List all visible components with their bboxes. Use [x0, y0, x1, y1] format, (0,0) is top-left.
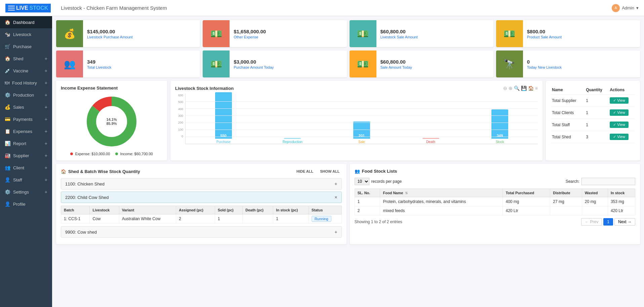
- shed-row-1100[interactable]: 1100: Chicken Shed +: [61, 178, 342, 190]
- batch-col-variant: Variant: [119, 206, 176, 214]
- shed-toggle-9900[interactable]: +: [334, 229, 337, 235]
- plus-icon-13[interactable]: +: [45, 177, 47, 182]
- plus-icon-14[interactable]: +: [45, 189, 47, 195]
- search-icon[interactable]: 🔍: [514, 86, 520, 91]
- sidebar-item-purchase[interactable]: 🛒 Purchase: [0, 40, 52, 53]
- layout: 🏠 Dashboard 🐄 Livestock 🛒 Purchase 🏠 She…: [0, 16, 644, 307]
- y-label-100: 100: [175, 128, 183, 131]
- bar-chart-icons[interactable]: ⊖ ⊕ 🔍 💾 🏠 ≡: [503, 86, 538, 91]
- menu-icon[interactable]: ≡: [535, 86, 538, 91]
- sidebar-item-staff[interactable]: 👤 Staff +: [0, 174, 52, 186]
- sidebar-item-payments[interactable]: 💳 Payments +: [0, 113, 52, 125]
- sidebar-item-sales[interactable]: 💰 Sales +: [0, 101, 52, 113]
- stat-card-info-0: 349 Total Livestock: [83, 50, 200, 77]
- plus-icon-7[interactable]: +: [45, 104, 47, 110]
- sidebar-item-left: 🐄 Livestock: [5, 32, 31, 37]
- bar-chart-card: Livestock Stock Information ⊖ ⊕ 🔍 💾 🏠 ≡: [170, 81, 542, 161]
- view-button-2[interactable]: ✓ View: [610, 122, 629, 128]
- shed-row-2200[interactable]: 2200: Child Cow Shed ×: [61, 192, 342, 203]
- y-axis-labels: 600 500 400 300 200 100 0: [175, 94, 185, 138]
- shed-toggle-1100[interactable]: +: [334, 181, 337, 186]
- next-button[interactable]: Next →: [614, 218, 635, 226]
- hide-all-button[interactable]: HIDE ALL: [294, 169, 315, 174]
- prev-button[interactable]: ← Prev: [581, 218, 602, 226]
- plus-icon-11[interactable]: +: [45, 153, 47, 158]
- topbar-right: A Admin ▾: [612, 4, 639, 12]
- food-row-2: 2 mixed feeds 420 Ltr 420 Ltr: [355, 206, 635, 215]
- plus-icon-10[interactable]: +: [45, 141, 47, 146]
- stat-card-label-2: Sale Amount Today: [380, 65, 489, 69]
- plus-icon-12[interactable]: +: [45, 165, 47, 170]
- food-title: Food Stock Lists: [362, 169, 397, 174]
- sidebar-item-report[interactable]: 📊 Report +: [0, 137, 52, 149]
- sidebar-item-expenses[interactable]: 📋 Expenses +: [0, 125, 52, 137]
- show-all-button[interactable]: SHOW ALL: [318, 169, 341, 174]
- sidebar-item-left: 💳 Payments: [5, 116, 33, 122]
- shed-row-9900[interactable]: 9900: Cow shed +: [61, 226, 342, 238]
- bar-stock-block: 349: [491, 109, 508, 139]
- batch-cell-status: Running: [309, 214, 341, 224]
- summary-card: Name Quantity Actions Total Supplier 1 ✓…: [546, 81, 640, 161]
- donut-chart-card: Income Expense Statement 14.1%85.9% Expe…: [56, 81, 167, 161]
- y-label-300: 300: [175, 114, 183, 117]
- stat-card-1: 💵 $1,658,000.00 Other Expense: [203, 20, 347, 47]
- donut-label: 14.1%85.9%: [106, 117, 117, 126]
- sidebar-item-supplier[interactable]: 🏭 Supplier +: [0, 149, 52, 162]
- sidebar-label-1: Livestock: [13, 32, 31, 37]
- sidebar-item-left: 📋 Expenses: [5, 129, 32, 134]
- sidebar-label-13: Staff: [13, 177, 22, 182]
- plus-icon-3[interactable]: +: [45, 56, 47, 61]
- sidebar-item-shed[interactable]: 🏠 Shed +: [0, 53, 52, 65]
- grid-line-2: [186, 108, 538, 109]
- sidebar-item-client[interactable]: 👥 Client +: [0, 162, 52, 174]
- view-button-3[interactable]: ✓ View: [610, 134, 629, 140]
- home-icon[interactable]: 🏠: [528, 86, 534, 91]
- records-per-page-select[interactable]: 10 25 50: [355, 178, 369, 185]
- plus-icon-5[interactable]: +: [45, 80, 47, 86]
- sidebar-item-profile[interactable]: 👤 Profile: [0, 198, 52, 210]
- plus-icon-6[interactable]: +: [45, 92, 47, 98]
- shed-toggle-2200[interactable]: ×: [334, 195, 337, 200]
- plus-icon-8[interactable]: +: [45, 116, 47, 122]
- food-col-wasted: Wasted: [582, 189, 608, 197]
- sidebar-item-dashboard[interactable]: 🏠 Dashboard: [0, 16, 52, 28]
- sidebar-label-2: Purchase: [13, 44, 32, 49]
- y-label-500: 500: [175, 100, 183, 104]
- running-badge: Running: [312, 216, 331, 222]
- stat-card-icon-1: 💵: [203, 20, 230, 47]
- view-button-1[interactable]: ✓ View: [610, 109, 629, 116]
- food-col-name: Food Name ⇅: [380, 189, 503, 197]
- bar-stock-label: Stock: [496, 140, 504, 144]
- sidebar-item-left: ⚙️ Production: [5, 92, 34, 98]
- food-cell-distribute-2: [550, 206, 582, 215]
- zoom-out-icon[interactable]: ⊖: [503, 86, 507, 91]
- sidebar-item-settings[interactable]: ⚙️ Settings +: [0, 186, 52, 198]
- sidebar-item-food-history[interactable]: 🍽 Food History +: [0, 77, 52, 89]
- sidebar-label-4: Vaccine: [13, 68, 28, 73]
- search-box: Search:: [566, 178, 635, 185]
- zoom-in-icon[interactable]: ⊕: [509, 86, 513, 91]
- view-button-0[interactable]: ✓ View: [610, 97, 629, 104]
- sidebar-label-14: Settings: [13, 190, 29, 195]
- sidebar-item-vaccine[interactable]: 💉 Vaccine +: [0, 65, 52, 77]
- page-1-button[interactable]: 1: [603, 218, 613, 226]
- stat-card-info-2: $60,800.00 Livestock Sale Amount: [376, 20, 493, 47]
- stat-card-amount-3: $800.00: [527, 29, 636, 34]
- batch-cell-batch: 1: CCS-1: [61, 214, 90, 224]
- pagination-btns: ← Prev 1 Next →: [581, 218, 635, 226]
- income-label: Income: $60,700.00: [120, 152, 153, 156]
- plus-icon-4[interactable]: +: [45, 68, 47, 73]
- plus-icon-9[interactable]: +: [45, 129, 47, 134]
- sidebar-icon-12: 👥: [5, 165, 10, 170]
- sidebar-item-livestock[interactable]: 🐄 Livestock: [0, 28, 52, 40]
- sidebar-item-production[interactable]: ⚙️ Production +: [0, 89, 52, 101]
- sidebar: 🏠 Dashboard 🐄 Livestock 🛒 Purchase 🏠 She…: [0, 16, 52, 307]
- bar-death-block: [422, 138, 439, 139]
- logo-stock: STOCK: [30, 5, 48, 11]
- search-input[interactable]: [581, 178, 635, 185]
- stat-cards-row1: 💰 $145,000.00 Livestock Purchase Amount …: [56, 20, 640, 47]
- income-legend: Income: $60,700.00: [115, 152, 153, 156]
- hamburger-icon[interactable]: [8, 6, 15, 10]
- download-icon[interactable]: 💾: [521, 86, 527, 91]
- stat-card-label-1: Other Expense: [234, 35, 343, 39]
